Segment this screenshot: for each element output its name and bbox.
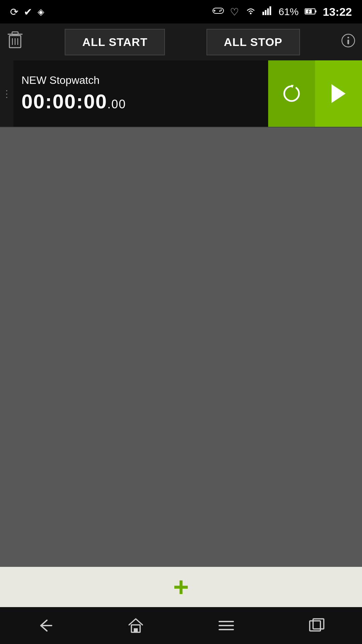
stopwatch-list: ⋮ NEW Stopwatch 00:00:00.00 xyxy=(0,60,362,567)
reset-button[interactable] xyxy=(268,60,315,127)
wifi-icon xyxy=(245,6,256,17)
menu-button[interactable] xyxy=(206,612,246,639)
play-button[interactable] xyxy=(315,60,362,127)
battery-percent: 61% xyxy=(279,6,299,17)
svg-rect-9 xyxy=(269,6,271,15)
home-button[interactable] xyxy=(116,612,156,639)
back-button[interactable] xyxy=(25,612,65,639)
status-bar-right-icons: ♡ 61% 13:22 xyxy=(213,5,352,18)
heart-icon: ♡ xyxy=(230,6,239,18)
svg-point-5 xyxy=(250,13,251,14)
svg-rect-12 xyxy=(315,10,316,12)
add-icon: + xyxy=(173,574,189,600)
stopwatch-name: NEW Stopwatch xyxy=(21,74,260,87)
svg-rect-21 xyxy=(347,40,349,44)
add-stopwatch-area[interactable]: + xyxy=(0,567,362,607)
svg-rect-6 xyxy=(262,12,264,15)
signal-icon xyxy=(262,6,273,17)
svg-rect-8 xyxy=(267,8,269,15)
stopwatch-controls xyxy=(268,60,362,127)
all-start-button[interactable]: ALL START xyxy=(65,29,165,55)
info-icon[interactable] xyxy=(341,34,355,51)
drag-handle[interactable]: ⋮ xyxy=(0,60,13,127)
sync-icon: ⟳ xyxy=(10,6,18,18)
svg-rect-25 xyxy=(134,628,138,632)
svg-marker-23 xyxy=(331,84,346,103)
svg-rect-15 xyxy=(12,32,18,35)
toolbar: ALL START ALL STOP xyxy=(0,23,362,60)
svg-rect-7 xyxy=(265,10,266,15)
status-bar: ⟳ ✔ ◈ ♡ xyxy=(0,0,362,23)
delete-icon[interactable] xyxy=(7,31,23,53)
all-stop-button[interactable]: ALL STOP xyxy=(206,29,300,55)
check-icon: ✔ xyxy=(24,6,32,18)
stopwatch-content: NEW Stopwatch 00:00:00.00 xyxy=(13,60,268,127)
battery-icon xyxy=(305,6,317,17)
nav-bar xyxy=(0,607,362,644)
stopwatch-item: ⋮ NEW Stopwatch 00:00:00.00 xyxy=(0,60,362,127)
nfc-icon: ◈ xyxy=(38,7,44,17)
status-bar-left-icons: ⟳ ✔ ◈ xyxy=(10,6,44,18)
stopwatch-time-main: 00:00:00 xyxy=(21,90,107,113)
svg-point-3 xyxy=(221,9,222,11)
stopwatch-display: 00:00:00.00 xyxy=(21,90,260,113)
gamepad-icon xyxy=(213,6,224,17)
window-button[interactable] xyxy=(297,612,337,639)
svg-point-20 xyxy=(347,37,349,38)
svg-point-4 xyxy=(219,10,221,12)
status-time: 13:22 xyxy=(323,5,352,18)
svg-rect-2 xyxy=(214,10,216,11)
stopwatch-time-sub: .00 xyxy=(107,97,126,111)
